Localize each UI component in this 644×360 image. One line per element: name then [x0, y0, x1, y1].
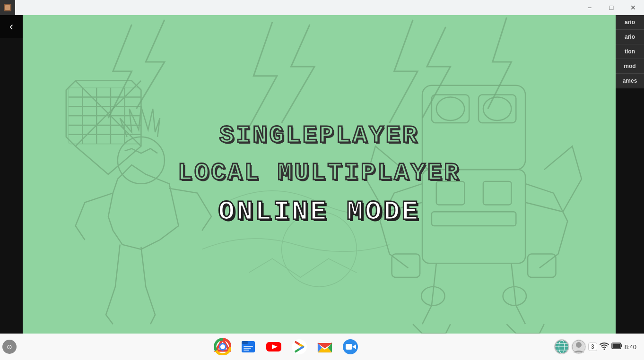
svg-rect-37: [244, 348, 251, 349]
taskbar-center: [19, 336, 554, 357]
back-button[interactable]: ‹: [0, 15, 23, 38]
local-multiplayer-button[interactable]: LOCAL MULTIPLAYER: [178, 159, 461, 187]
close-button[interactable]: ✕: [622, 0, 644, 15]
minimize-button[interactable]: −: [579, 0, 600, 15]
app-icon: [0, 0, 15, 15]
taskbar-left: ⊙: [0, 334, 19, 360]
svg-rect-36: [244, 346, 253, 347]
wifi-icon[interactable]: [599, 341, 609, 353]
youtube-icon[interactable]: [263, 336, 284, 357]
avatar-icon[interactable]: [571, 339, 586, 354]
taskbar: ⊙: [0, 334, 644, 360]
sidebar-item-games[interactable]: ames: [616, 74, 644, 88]
svg-point-18: [436, 97, 464, 120]
sidebar-item-mod[interactable]: mod: [616, 59, 644, 74]
system-tray-icon[interactable]: ⊙: [2, 340, 17, 354]
maximize-button[interactable]: □: [600, 0, 622, 15]
svg-rect-35: [242, 341, 248, 344]
game-area: SINGLEPLAYER LOCAL MULTIPLAYER ONLINE MO…: [23, 15, 616, 334]
singleplayer-button[interactable]: SINGLEPLAYER: [219, 122, 419, 150]
sidebar-item-mario2[interactable]: ario: [616, 30, 644, 44]
svg-rect-16: [432, 95, 469, 123]
svg-rect-17: [479, 95, 516, 123]
files-icon[interactable]: [238, 336, 259, 357]
left-border: [0, 15, 23, 334]
chrome-icon[interactable]: [212, 336, 233, 357]
svg-rect-61: [612, 343, 620, 348]
svg-rect-1: [5, 5, 10, 10]
sidebar-menu: ario ario tion mod ames: [616, 15, 644, 88]
time-display: 8:40: [625, 343, 636, 351]
svg-point-57: [576, 342, 582, 348]
window-controls: − □ ✕: [579, 0, 644, 15]
zoom-icon[interactable]: [340, 336, 361, 357]
svg-point-58: [603, 348, 605, 350]
gmail-icon[interactable]: [314, 336, 335, 357]
menu-container: SINGLEPLAYER LOCAL MULTIPLAYER ONLINE MO…: [178, 122, 461, 227]
online-mode-button[interactable]: ONLINE MODE: [218, 197, 420, 227]
svg-rect-49: [346, 344, 352, 350]
svg-rect-38: [244, 350, 249, 351]
sidebar-item-action[interactable]: tion: [616, 44, 644, 59]
title-bar: − □ ✕: [0, 0, 644, 15]
svg-point-33: [220, 344, 225, 349]
svg-rect-60: [621, 344, 622, 347]
system-tray: 3 8:40: [554, 339, 636, 354]
svg-point-19: [483, 97, 511, 120]
notification-badge[interactable]: 3: [588, 343, 597, 351]
play-store-icon[interactable]: [289, 336, 310, 357]
taskbar-right: 3 8:40: [554, 339, 644, 354]
svg-rect-22: [483, 181, 511, 205]
network-globe-icon[interactable]: [554, 339, 569, 354]
sidebar-item-mario1[interactable]: ario: [616, 15, 644, 30]
battery-icon[interactable]: [611, 342, 623, 352]
